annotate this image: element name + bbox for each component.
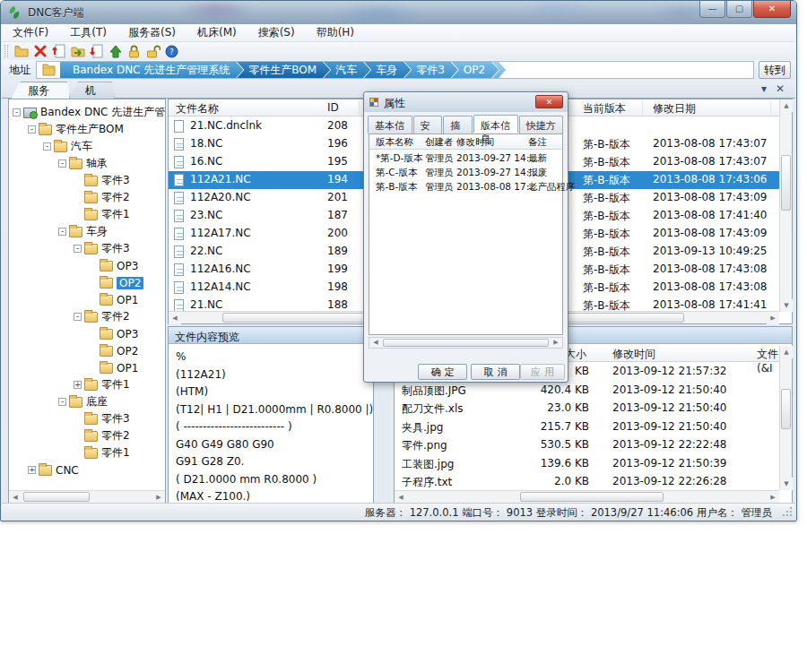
attachment-row[interactable]: 配刀文件.xls23.0 KB2013-09-12 21:50:40 bbox=[395, 400, 779, 418]
col-remark[interactable]: 备注 bbox=[528, 136, 547, 149]
send-folder-button[interactable] bbox=[68, 43, 87, 59]
tree-item-root[interactable]: -Bandex DNC 先进生产管理系统 bbox=[9, 104, 165, 121]
minimize-button[interactable]: — bbox=[699, 1, 725, 18]
tree-item[interactable]: 零件3 bbox=[9, 410, 165, 427]
menu-search[interactable]: 搜索(S) bbox=[247, 23, 306, 42]
address-field[interactable]: Bandex DNC 先进生产管理系统 零件生产BOM 汽车 车身 零件3 OP… bbox=[36, 61, 754, 79]
col-version[interactable]: 当前版本 bbox=[583, 101, 626, 116]
collapse-icon[interactable]: - bbox=[74, 313, 82, 321]
attachments-vscrollbar[interactable]: ▲ ▼ bbox=[779, 346, 792, 490]
go-button[interactable]: 转到 bbox=[759, 61, 791, 79]
expand-icon[interactable]: + bbox=[74, 381, 82, 389]
tree-item[interactable]: 零件1 bbox=[9, 444, 165, 461]
breadcrumb-part3[interactable]: 零件3 bbox=[404, 61, 458, 79]
scroll-down-icon[interactable]: ▼ bbox=[780, 478, 793, 490]
col-id[interactable]: ID bbox=[327, 101, 339, 114]
collapse-icon[interactable]: - bbox=[58, 159, 66, 168]
scroll-thumb[interactable] bbox=[23, 492, 90, 502]
tree-item[interactable]: OP3 bbox=[9, 257, 165, 274]
version-row[interactable]: *第-D-版本管理员2013-09-27 14:...最新 bbox=[369, 151, 562, 166]
tree-item-bom[interactable]: -零件生产BOM bbox=[9, 121, 165, 138]
pane-close-icon[interactable]: ✕ bbox=[776, 82, 785, 95]
tree-item-auto[interactable]: -汽车 bbox=[9, 138, 165, 155]
scroll-left-icon[interactable]: ◀ bbox=[169, 312, 181, 324]
col-file-name[interactable]: 文件名称 bbox=[176, 101, 219, 116]
maximize-button[interactable]: ▢ bbox=[726, 1, 752, 18]
scroll-thumb[interactable] bbox=[781, 155, 791, 211]
dialog-close-button[interactable]: ✕ bbox=[535, 95, 563, 108]
tree-item[interactable]: -零件2 bbox=[9, 308, 165, 325]
scroll-left-icon[interactable]: ◀ bbox=[369, 338, 382, 348]
tree-item[interactable]: OP3 bbox=[9, 325, 165, 342]
attachments-hscrollbar[interactable]: ◀ ▶ bbox=[395, 490, 779, 503]
scroll-thumb[interactable] bbox=[520, 492, 664, 502]
scroll-left-icon[interactable]: ◀ bbox=[9, 491, 22, 504]
attachment-row[interactable]: 制品顶图.JPG420.4 KB2013-09-12 21:50:40 bbox=[395, 382, 779, 401]
help-button[interactable]: ? bbox=[162, 43, 181, 59]
scroll-down-icon[interactable]: ▼ bbox=[780, 299, 793, 312]
attachment-row[interactable]: 夹具.jpg215.7 KB2013-09-12 21:50:40 bbox=[395, 418, 779, 437]
collapse-icon[interactable]: - bbox=[43, 142, 51, 151]
dialog-titlebar[interactable]: 属性 ✕ bbox=[364, 92, 568, 112]
collapse-icon[interactable]: - bbox=[13, 108, 21, 116]
tree-item[interactable]: +零件1 bbox=[9, 376, 165, 393]
tree-item-carbody[interactable]: -车身 bbox=[9, 223, 165, 240]
breadcrumb-bom[interactable]: 零件生产BOM bbox=[236, 61, 330, 79]
menu-help[interactable]: 帮助(H) bbox=[306, 23, 365, 42]
menu-server[interactable]: 服务器(S) bbox=[117, 23, 187, 42]
unlock-button[interactable] bbox=[143, 43, 162, 59]
pane-dropdown-icon[interactable]: ▾ bbox=[761, 82, 767, 95]
tree-item-cnc[interactable]: +CNC bbox=[9, 461, 165, 478]
tab-security[interactable]: 安全 bbox=[413, 116, 443, 134]
col-modified[interactable]: 修改时间 bbox=[612, 347, 655, 362]
collapse-icon[interactable]: - bbox=[74, 245, 82, 253]
scroll-right-icon[interactable]: ▶ bbox=[767, 312, 779, 324]
scroll-right-icon[interactable]: ▶ bbox=[152, 491, 165, 504]
tab-summary[interactable]: 摘要 bbox=[443, 116, 473, 134]
tab-shortcut[interactable]: 快捷方式 bbox=[519, 116, 564, 134]
attachment-row[interactable]: 零件.png530.5 KB2013-09-12 22:22:48 bbox=[395, 436, 779, 455]
tree-item[interactable]: OP1 bbox=[9, 359, 165, 376]
lock-button[interactable] bbox=[125, 43, 143, 59]
tab-machine[interactable]: 机器 bbox=[68, 82, 115, 99]
resize-grip-icon[interactable] bbox=[782, 506, 793, 517]
tree-item[interactable]: 零件3 bbox=[9, 172, 165, 189]
scroll-thumb[interactable] bbox=[781, 389, 791, 429]
title-bar[interactable]: DNC客户端 — ▢ ✕ bbox=[1, 1, 796, 24]
scroll-thumb[interactable] bbox=[383, 339, 549, 347]
tree-hscrollbar[interactable]: ◀ ▶ bbox=[9, 490, 165, 503]
check-out-button[interactable] bbox=[87, 43, 106, 59]
delete-button[interactable] bbox=[30, 43, 49, 59]
scroll-up-icon[interactable]: ▲ bbox=[780, 99, 793, 112]
scroll-right-icon[interactable]: ▶ bbox=[550, 338, 562, 348]
tab-basic-info[interactable]: 基本信息 bbox=[368, 116, 412, 134]
expand-icon[interactable]: + bbox=[28, 466, 36, 474]
collapse-icon[interactable]: - bbox=[58, 228, 66, 236]
ok-button[interactable]: 确定 bbox=[418, 364, 467, 380]
tab-version-info[interactable]: 版本信息 bbox=[473, 115, 518, 133]
attachment-row[interactable]: 工装图.jpg139.6 KB2013-09-12 21:50:39 bbox=[395, 455, 779, 474]
tree-item[interactable]: 零件2 bbox=[9, 189, 165, 206]
tree-item[interactable]: 零件1 bbox=[9, 206, 165, 223]
check-in-button[interactable] bbox=[49, 43, 68, 59]
tab-server[interactable]: 服务器 bbox=[11, 82, 70, 99]
col-version-name[interactable]: 版本名称 bbox=[376, 136, 413, 149]
collapse-icon[interactable]: - bbox=[58, 398, 66, 406]
tree-item[interactable]: OP2 bbox=[9, 342, 165, 359]
dialog-hscrollbar[interactable]: ◀ ▶ bbox=[369, 337, 563, 349]
col-date[interactable]: 修改日期 bbox=[653, 101, 696, 116]
close-button[interactable]: ✕ bbox=[753, 1, 791, 18]
apply-button[interactable]: 应用 bbox=[520, 364, 565, 380]
scroll-up-icon[interactable]: ▲ bbox=[780, 346, 793, 358]
tree-item[interactable]: 零件2 bbox=[9, 427, 165, 444]
menu-file[interactable]: 文件(F) bbox=[2, 23, 59, 42]
menu-machine[interactable]: 机床(M) bbox=[187, 23, 247, 42]
menu-tools[interactable]: 工具(T) bbox=[59, 23, 117, 42]
scroll-right-icon[interactable]: ▶ bbox=[767, 491, 779, 504]
upload-button[interactable] bbox=[106, 43, 125, 59]
scroll-left-icon[interactable]: ◀ bbox=[395, 491, 407, 504]
cancel-button[interactable]: 取消 bbox=[471, 364, 520, 380]
tree-item[interactable]: OP1 bbox=[9, 291, 165, 308]
version-row[interactable]: 第-C-版本管理员2013-09-27 14:...报废 bbox=[369, 166, 562, 180]
file-list-vscrollbar[interactable]: ▲ ▼ bbox=[779, 99, 792, 312]
